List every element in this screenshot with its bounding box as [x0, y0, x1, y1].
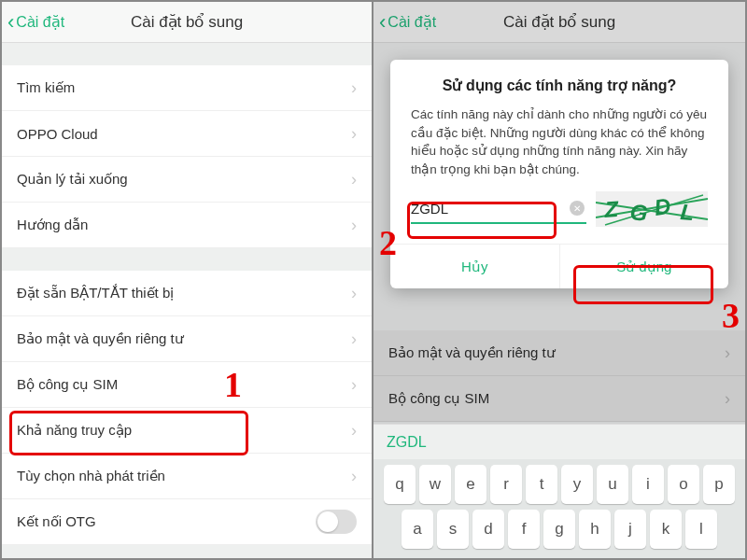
confirm-button[interactable]: Sử dụng — [559, 245, 729, 288]
svg-text:Z: Z — [602, 196, 620, 222]
key-i[interactable]: i — [632, 465, 664, 504]
back-button[interactable]: ‹ Cài đặt — [2, 10, 64, 35]
cancel-button[interactable]: Hủy — [390, 245, 559, 288]
key-f[interactable]: f — [508, 510, 540, 549]
row-otg[interactable]: Kết nối OTG — [2, 499, 372, 545]
chevron-right-icon: › — [351, 78, 357, 98]
key-y[interactable]: y — [561, 465, 593, 504]
key-p[interactable]: p — [703, 465, 735, 504]
keyboard: ZGDL q w e r t y u i o p a s d — [374, 424, 745, 558]
left-screenshot: ‹ Cài đặt Cài đặt bổ sung Tìm kiếm› OPPO… — [2, 2, 374, 558]
back-label: Cài đặt — [16, 13, 64, 31]
chevron-right-icon: › — [351, 170, 357, 189]
dialog-body: Các tính năng này chỉ dành cho những ngư… — [390, 105, 728, 191]
right-screenshot: ‹ Cài đặt Cài đặt bổ sung Bảo mật và quy… — [374, 2, 745, 558]
row-accessibility[interactable]: Khả năng truy cập› — [2, 408, 372, 454]
row-sim-toolkit[interactable]: Bộ công cụ SIM› — [2, 362, 372, 408]
captcha-image[interactable]: Z G D L — [596, 191, 708, 227]
keyboard-row-2: a s d f g h j k l — [377, 510, 741, 549]
key-u[interactable]: u — [597, 465, 628, 504]
chevron-right-icon: › — [351, 375, 357, 395]
key-s[interactable]: s — [437, 510, 469, 549]
svg-text:L: L — [680, 199, 696, 225]
key-q[interactable]: q — [384, 465, 416, 504]
row-dev-options[interactable]: Tùy chọn nhà phát triền› — [2, 454, 372, 499]
dialog-title: Sử dụng các tính năng trợ năng? — [390, 77, 728, 105]
accessibility-dialog: Sử dụng các tính năng trợ năng? Các tính… — [390, 60, 728, 288]
key-k[interactable]: k — [650, 510, 682, 549]
chevron-right-icon: › — [351, 124, 357, 144]
otg-toggle[interactable] — [316, 510, 357, 534]
chevron-left-icon: ‹ — [7, 10, 14, 35]
row-search[interactable]: Tìm kiếm› — [2, 65, 372, 111]
key-w[interactable]: w — [419, 465, 451, 504]
key-d[interactable]: d — [472, 510, 504, 549]
captcha-input[interactable]: ZGDL ✕ — [411, 194, 586, 224]
key-g[interactable]: g — [543, 510, 575, 549]
svg-text:G: G — [628, 199, 648, 226]
key-o[interactable]: o — [668, 465, 699, 504]
key-a[interactable]: a — [402, 510, 433, 549]
key-e[interactable]: e — [455, 465, 486, 504]
row-privacy[interactable]: Bảo mật và quyền riêng tư› — [2, 316, 372, 362]
row-oppo-cloud[interactable]: OPPO Cloud› — [2, 111, 372, 157]
row-schedule-power[interactable]: Đặt sẵn BẬT/TẮT thiết bị› — [2, 271, 372, 316]
row-download-mgr[interactable]: Quản lý tải xuống› — [2, 157, 372, 203]
row-guide[interactable]: Hướng dẫn› — [2, 203, 372, 248]
svg-text:D: D — [653, 193, 672, 220]
clear-icon[interactable]: ✕ — [570, 201, 585, 216]
chevron-right-icon: › — [351, 329, 357, 349]
key-t[interactable]: t — [526, 465, 557, 504]
key-j[interactable]: j — [614, 510, 646, 549]
key-l[interactable]: l — [685, 510, 717, 549]
chevron-right-icon: › — [351, 467, 357, 486]
chevron-right-icon: › — [351, 284, 357, 303]
header: ‹ Cài đặt Cài đặt bổ sung — [2, 2, 372, 43]
key-r[interactable]: r — [490, 465, 522, 504]
keyboard-suggestion[interactable]: ZGDL — [374, 424, 745, 459]
key-h[interactable]: h — [579, 510, 611, 549]
chevron-right-icon: › — [351, 216, 357, 235]
chevron-right-icon: › — [351, 421, 357, 441]
keyboard-row-1: q w e r t y u i o p — [377, 465, 741, 504]
